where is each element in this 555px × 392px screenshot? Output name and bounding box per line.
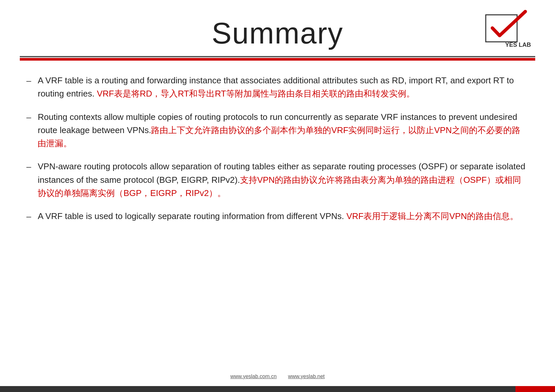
- bullet-item-1: – A VRF table is a routing and forwardin…: [26, 74, 529, 100]
- bullet-text-1: A VRF table is a routing and forwarding …: [38, 74, 529, 100]
- bullet-dash-1: –: [26, 74, 31, 87]
- bullet-dash-4: –: [26, 210, 31, 223]
- bottom-bar: [0, 386, 555, 392]
- footer-link-2[interactable]: www.yeslab.net: [288, 374, 324, 379]
- slide: Summary YES LAB – A VRF table is a routi…: [0, 0, 555, 392]
- bullet-text-2: Routing contexts allow multiple copies o…: [38, 110, 529, 150]
- bullet-item-3: – VPN-aware routing protocols allow sepa…: [26, 160, 529, 200]
- bottom-bar-red: [515, 386, 555, 392]
- bullet-dash-2: –: [26, 111, 31, 124]
- bullet-4-red: VRF表用于逻辑上分离不同VPN的路由信息。: [346, 211, 518, 221]
- bullet-1-red: VRF表是将RD，导入RT和导出RT等附加属性与路由条目相关联的路由和转发实例。: [97, 89, 415, 98]
- divider-red: [20, 58, 535, 61]
- bottom-bar-dark: [0, 386, 515, 392]
- bullet-item-2: – Routing contexts allow multiple copies…: [26, 110, 529, 150]
- footer: www.yeslab.com.cn www.yeslab.net: [0, 369, 555, 386]
- divider-dark: [20, 56, 535, 57]
- content-area: – A VRF table is a routing and forwardin…: [0, 61, 555, 369]
- yes-lab-logo: YES LAB: [482, 10, 535, 49]
- logo-svg: YES LAB: [482, 10, 535, 49]
- divider: [0, 56, 555, 61]
- footer-link-1[interactable]: www.yeslab.com.cn: [230, 374, 277, 379]
- page-title: Summary: [20, 13, 535, 50]
- header: Summary YES LAB: [0, 0, 555, 53]
- bullet-text-3: VPN-aware routing protocols allow separa…: [38, 160, 529, 200]
- bullet-item-4: – A VRF table is used to logically separ…: [26, 210, 529, 223]
- bullet-text-4: A VRF table is used to logically separat…: [38, 210, 518, 223]
- bullet-dash-3: –: [26, 160, 31, 173]
- svg-text:YES LAB: YES LAB: [505, 42, 531, 48]
- svg-rect-0: [486, 15, 517, 42]
- bullet-4-black: A VRF table is used to logically separat…: [38, 211, 346, 221]
